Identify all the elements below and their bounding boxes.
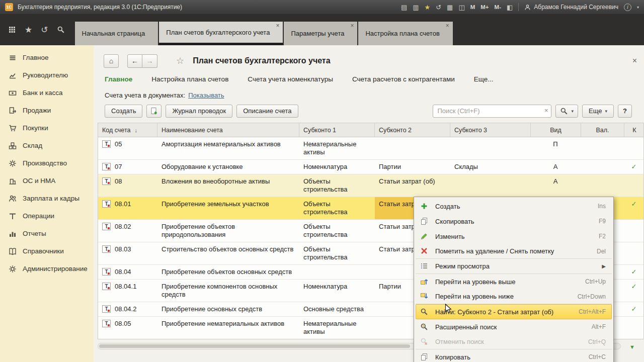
create-button[interactable]: Создать (105, 105, 142, 118)
nav-link[interactable]: Счета расчетов с контрагентами (352, 75, 455, 83)
journal-button[interactable]: Журнал проводок (166, 105, 232, 118)
column-header-val[interactable]: Вал. (581, 123, 624, 137)
info-icon[interactable]: i (624, 4, 631, 11)
table-row[interactable]: Т 08 Вложения во внеоборотные активы Объ… (98, 174, 643, 197)
memory-button[interactable]: M+ (480, 4, 489, 10)
sidebar-item[interactable]: Администрирование (0, 260, 94, 278)
sidebar-item[interactable]: Зарплата и кадры (0, 190, 94, 207)
table-row[interactable]: Т 07 Оборудование к установке Номенклату… (98, 160, 643, 174)
check-icon: ✓ (631, 305, 637, 313)
sidebar-item[interactable]: Справочники (0, 242, 94, 260)
table-row[interactable]: Т 05 Амортизация нематериальных активов … (98, 137, 643, 160)
sidebar-item[interactable]: ОС и НМА (0, 172, 94, 190)
column-header-vid[interactable]: Вид (531, 123, 581, 137)
sidebar-item[interactable]: Производство (0, 154, 94, 172)
sidebar-item[interactable]: Главное (0, 49, 94, 66)
context-menu-item[interactable]: Отменить поиск Ctrl+Q ▶ (416, 334, 612, 349)
menu-item-label: Скопировать (435, 218, 593, 225)
tab-close-icon[interactable]: × (446, 23, 449, 29)
sections-grid-icon[interactable] (8, 26, 16, 34)
search-button[interactable]: ▾ (555, 105, 578, 118)
context-menu-item[interactable]: Изменить F2 ▶ (416, 229, 612, 244)
scrollbar-thumb[interactable] (99, 344, 410, 348)
sidebar-item[interactable]: Руководителю (0, 66, 94, 84)
column-header-k[interactable]: К (624, 123, 644, 137)
cancel-search-icon (420, 337, 429, 346)
description-button[interactable]: Описание счета (236, 105, 298, 118)
memory-button[interactable]: M (470, 4, 475, 10)
check-icon: ✓ (631, 200, 637, 208)
account-icon: Т (102, 223, 111, 230)
subconto1-cell: Объекты строительства (299, 242, 375, 264)
history-icon[interactable]: ↺ (436, 4, 441, 11)
nav-link[interactable]: Настройка плана счетов (151, 75, 228, 83)
context-menu-item[interactable]: Перейти на уровень ниже Ctrl+Down ▶ (416, 289, 612, 304)
favorite-toggle-icon[interactable]: ☆ (176, 55, 184, 66)
account-icon: Т (102, 177, 111, 185)
manager-chart-icon (9, 71, 17, 79)
window-tab[interactable]: План счетов бухгалтерского учета × (159, 22, 283, 45)
accounts-in-docs-link[interactable]: Показывать (188, 92, 224, 99)
more-button[interactable]: Еще▾ (582, 105, 614, 118)
context-menu-item[interactable]: Создать Ins ▶ (416, 199, 612, 214)
level-down-icon (420, 292, 429, 301)
sidebar-item[interactable]: Покупки (0, 119, 94, 137)
column-header-name[interactable]: Наименование счета (157, 123, 299, 137)
divider (518, 3, 519, 11)
context-menu-item[interactable]: Перейти на уровень выше Ctrl+Up ▶ (416, 274, 612, 289)
clipboard-icon[interactable]: ▥ (413, 4, 419, 11)
quantitative-flag-cell: ✓ (624, 220, 644, 242)
help-button[interactable]: ? (618, 105, 632, 118)
back-button[interactable]: ← (127, 54, 142, 68)
sidebar-item[interactable]: Продажи (0, 102, 94, 119)
context-menu-item[interactable]: Скопировать F9 ▶ (416, 214, 612, 229)
search-icon[interactable] (57, 26, 65, 34)
window-split-icon[interactable]: ◧ (507, 4, 513, 11)
sidebar-item[interactable]: Отчеты (0, 225, 94, 242)
context-menu-item[interactable]: Пометить на удаление / Снять пометку Del… (416, 244, 612, 259)
column-header-subconto1[interactable]: Субконто 1 (299, 123, 375, 137)
tab-close-icon[interactable]: × (276, 23, 279, 29)
calculator-icon[interactable]: ◫ (458, 4, 464, 11)
window-tab[interactable]: Параметры учета × (284, 22, 357, 45)
favorites-star-icon[interactable]: ★ (425, 4, 431, 11)
window-tab[interactable]: Начальная страница × (75, 22, 158, 45)
search-input[interactable] (433, 105, 551, 118)
chevron-down-icon[interactable]: ▾ (637, 5, 639, 10)
tab-label: Настройка плана счетов (365, 30, 439, 37)
home-button[interactable]: ⌂ (104, 54, 119, 68)
column-header-subconto3[interactable]: Субконто 3 (450, 123, 531, 137)
account-name: Амортизация нематериальных активов (157, 137, 299, 159)
column-header-code[interactable]: Код счета↓ (98, 123, 157, 137)
account-name: Строительство объектов основных средств (157, 242, 299, 264)
subconto1-cell: Объекты строительства (299, 220, 375, 242)
account-icon: Т (102, 163, 111, 170)
forward-button[interactable]: → (142, 54, 157, 68)
window-tab[interactable]: Настройка плана счетов × (358, 22, 452, 45)
memory-button[interactable]: M- (495, 4, 501, 10)
favorites-star-icon[interactable]: ★ (25, 26, 32, 34)
user-menu[interactable]: Абрамов Геннадий Сергеевич (524, 4, 618, 11)
context-menu-item[interactable]: Расширенный поиск Alt+F ▶ (416, 319, 612, 334)
menu-item-label: Копировать (435, 353, 583, 361)
nav-link[interactable]: Главное (105, 75, 132, 83)
documents-icon[interactable]: ▤ (401, 4, 407, 11)
calendar-icon[interactable]: ▦ (447, 4, 453, 11)
sidebar-item[interactable]: Операции (0, 207, 94, 225)
column-header-subconto2[interactable]: Субконто 2 (375, 123, 450, 137)
context-menu-item[interactable]: Режим просмотра ▶ (416, 259, 612, 274)
sidebar-item[interactable]: Банк и касса (0, 84, 94, 102)
nav-link[interactable]: Счета учета номенклатуры (248, 75, 333, 83)
account-code-cell: Т 08 (98, 174, 157, 197)
context-menu-item[interactable]: Копировать Ctrl+C ▶ (416, 349, 612, 362)
purchases-icon (9, 124, 17, 132)
form-close-icon[interactable]: × (632, 56, 637, 65)
sidebar-item[interactable]: Склад (0, 137, 94, 154)
tab-close-icon[interactable]: × (350, 23, 354, 29)
history-icon[interactable]: ↺ (41, 26, 48, 34)
clear-search-icon[interactable]: × (544, 107, 548, 115)
menu-item-shortcut: Alt+F (592, 323, 606, 330)
nav-link[interactable]: Еще... (474, 75, 494, 83)
create-group-button[interactable] (146, 105, 162, 118)
quantitative-flag-cell: ✓ (624, 137, 644, 159)
